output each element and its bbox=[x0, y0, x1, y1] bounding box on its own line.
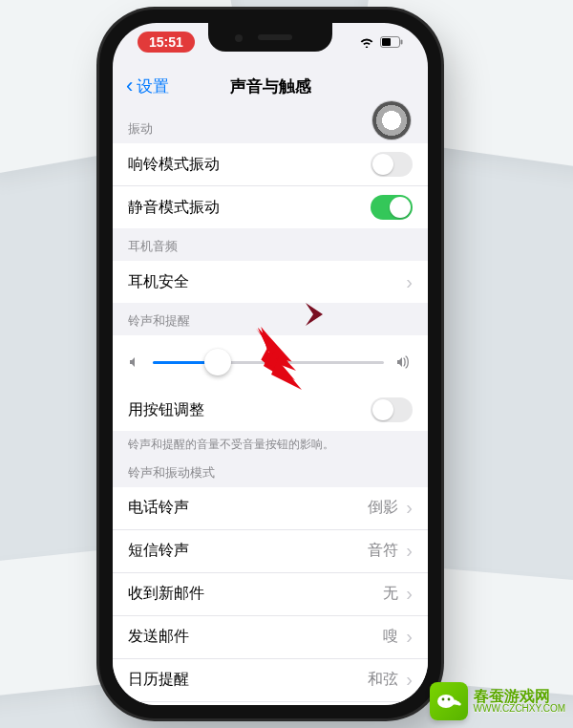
annotation-arrow-2b bbox=[239, 327, 325, 394]
row-label: 发送邮件 bbox=[128, 627, 383, 647]
row-label: 收到新邮件 bbox=[128, 584, 383, 604]
switch-ring-vibrate[interactable] bbox=[371, 152, 413, 177]
row-label: 静音模式振动 bbox=[128, 198, 371, 218]
phone-screen: 15:51 ‹ 设置 声音与触感 振动 bbox=[113, 23, 428, 705]
watermark-title: 春蚕游戏网 bbox=[474, 689, 565, 704]
row-value: 无 bbox=[383, 584, 398, 604]
switch-silent-vibrate[interactable] bbox=[371, 195, 413, 220]
row-label: 响铃模式振动 bbox=[128, 155, 371, 175]
row-new-mail[interactable]: 收到新邮件 无 › bbox=[113, 573, 428, 616]
row-ringtone[interactable]: 电话铃声 倒影 › bbox=[113, 487, 428, 530]
row-label: 用按钮调整 bbox=[128, 400, 371, 420]
row-label: 日历提醒 bbox=[128, 670, 368, 690]
group-patterns: 电话铃声 倒影 › 短信铃声 音符 › 收到新邮件 无 › bbox=[113, 487, 428, 705]
chevron-right-icon: › bbox=[406, 497, 413, 519]
svg-point-6 bbox=[441, 698, 444, 701]
phone-notch bbox=[208, 23, 332, 52]
row-value: 倒影 bbox=[368, 498, 398, 518]
chevron-right-icon: › bbox=[406, 669, 413, 691]
row-ring-vibrate[interactable]: 响铃模式振动 bbox=[113, 143, 428, 186]
row-silent-vibrate[interactable]: 静音模式振动 bbox=[113, 186, 428, 228]
chevron-right-icon: › bbox=[406, 626, 413, 648]
svg-point-10 bbox=[457, 703, 461, 706]
settings-content[interactable]: 振动 响铃模式振动 静音模式振动 耳机音频 耳机安全 › bbox=[113, 111, 428, 705]
row-sent-mail[interactable]: 发送邮件 嗖 › bbox=[113, 616, 428, 659]
row-label: 电话铃声 bbox=[128, 498, 368, 518]
ringer-footnote: 铃声和提醒的音量不受音量按钮的影响。 bbox=[113, 431, 428, 455]
row-button-adjust[interactable]: 用按钮调整 bbox=[113, 389, 428, 431]
row-label: 短信铃声 bbox=[128, 541, 368, 561]
row-text-tone[interactable]: 短信铃声 音符 › bbox=[113, 530, 428, 573]
watermark-url: WWW.CZCHXY.COM bbox=[474, 704, 565, 714]
page-title: 声音与触感 bbox=[113, 75, 428, 97]
section-header-patterns: 铃声和振动模式 bbox=[113, 455, 428, 487]
speaker-low-icon bbox=[128, 355, 141, 369]
row-value: 音符 bbox=[368, 541, 398, 561]
assistive-touch-button[interactable] bbox=[372, 101, 411, 139]
chevron-right-icon: › bbox=[406, 583, 413, 605]
chevron-right-icon: › bbox=[406, 540, 413, 562]
row-label: 耳机安全 bbox=[128, 272, 406, 292]
chevron-right-icon: › bbox=[406, 271, 413, 293]
svg-rect-1 bbox=[382, 38, 391, 46]
svg-rect-2 bbox=[401, 40, 403, 45]
watermark: 春蚕游戏网 WWW.CZCHXY.COM bbox=[430, 682, 565, 720]
row-reminder-alert[interactable]: 提醒事项的提醒 和弦 › bbox=[113, 702, 428, 705]
speaker-high-icon bbox=[395, 355, 413, 369]
switch-button-adjust[interactable] bbox=[371, 397, 413, 422]
wifi-icon bbox=[359, 36, 374, 48]
nav-bar: ‹ 设置 声音与触感 bbox=[113, 67, 428, 105]
row-calendar-alert[interactable]: 日历提醒 和弦 › bbox=[113, 659, 428, 702]
phone-frame: 15:51 ‹ 设置 声音与触感 振动 bbox=[99, 10, 441, 718]
svg-point-7 bbox=[447, 698, 450, 701]
battery-icon bbox=[380, 36, 403, 48]
row-value: 嗖 bbox=[383, 627, 398, 647]
watermark-icon bbox=[430, 682, 468, 720]
status-time: 15:51 bbox=[138, 32, 195, 53]
row-value: 和弦 bbox=[368, 670, 398, 690]
group-vibration: 响铃模式振动 静音模式振动 bbox=[113, 143, 428, 228]
section-header-headphone: 耳机音频 bbox=[113, 228, 428, 261]
svg-marker-4 bbox=[256, 329, 302, 390]
